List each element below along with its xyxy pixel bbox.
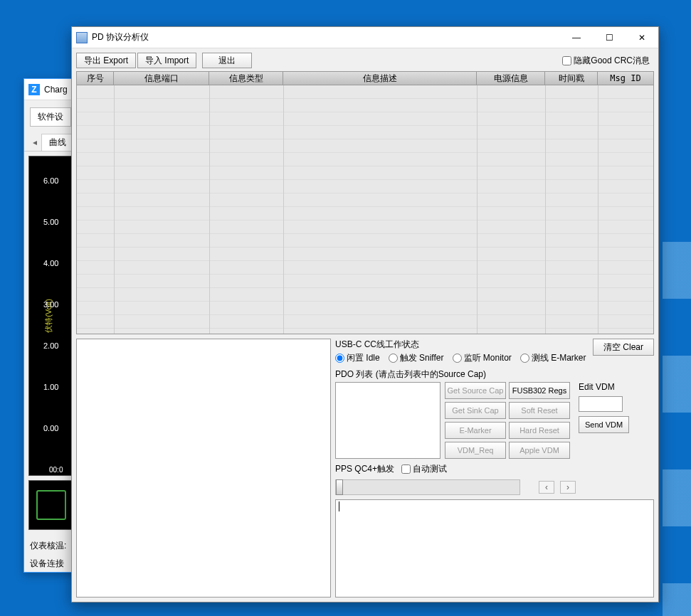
left-panel <box>76 339 331 598</box>
window-title: PD 协议分析仪 <box>92 31 560 43</box>
radio-idle[interactable]: 闲置 Idle <box>335 352 380 364</box>
vdm-req-button[interactable]: VDM_Req <box>445 442 506 459</box>
pdo-list[interactable] <box>335 382 441 459</box>
titlebar: PD 协议分析仪 — ☐ ✕ <box>72 27 658 48</box>
bg-gauge-icon <box>36 490 66 520</box>
bg-xlabel: 00:0 <box>49 466 63 474</box>
close-button[interactable]: ✕ <box>626 27 658 48</box>
log-textarea[interactable] <box>335 499 654 598</box>
col-power[interactable]: 电源信息 <box>477 72 545 85</box>
pdo-section-wrap: PDO 列表 (请点击列表中的Source Cap) Get Source Ca… <box>335 368 654 459</box>
radio-monitor[interactable]: 监听 Monitor <box>453 352 512 364</box>
hide-crc-checkbox[interactable]: 隐藏Good CRC消息 <box>562 55 650 67</box>
auto-test-input[interactable] <box>401 464 411 474</box>
radio-monitor-input[interactable] <box>453 354 462 363</box>
cc-radio-row: 闲置 Idle 触发 Sniffer 监听 Monitor 测线 E-Marke… <box>335 352 593 364</box>
pps-prev-button[interactable]: ‹ <box>539 481 554 494</box>
text-caret <box>339 501 339 511</box>
edit-vdm-input[interactable] <box>579 396 623 412</box>
bg-app-icon: Z <box>28 84 40 95</box>
apple-vdm-button[interactable]: Apple VDM <box>509 442 570 459</box>
pps-slider-row: ‹ › <box>335 479 654 495</box>
fusb302-regs-button[interactable]: FUSB302 Regs <box>509 382 570 399</box>
auto-test-checkbox[interactable]: 自动测试 <box>401 463 447 475</box>
radio-emarker[interactable]: 测线 E-Marker <box>520 352 586 364</box>
soft-reset-button[interactable]: Soft Reset <box>509 402 570 419</box>
bg-tick: 6.00 <box>43 176 58 185</box>
emarker-button[interactable]: E-Marker <box>445 422 506 439</box>
bg-tick: 4.00 <box>43 259 58 267</box>
table-header: 序号 信息端口 信息类型 信息描述 电源信息 时间戳 Msg ID <box>76 71 654 85</box>
table-body[interactable] <box>76 85 654 334</box>
pdo-button-grid: Get Source Cap FUSB302 Regs Get Sink Cap… <box>445 382 570 459</box>
get-source-cap-button[interactable]: Get Source Cap <box>445 382 506 399</box>
export-button[interactable]: 导出 Export <box>76 53 136 68</box>
pps-slider-thumb[interactable] <box>336 479 343 495</box>
pd-analyzer-window: PD 协议分析仪 — ☐ ✕ 导出 Export 导入 Import 退出 隐藏… <box>71 26 659 602</box>
bg-tick: 0.00 <box>43 424 58 432</box>
bg-settings-button[interactable]: 软件设 <box>30 107 71 127</box>
bg-tick: 2.00 <box>43 341 58 350</box>
clear-button[interactable]: 清空 Clear <box>593 339 654 356</box>
vdm-column: Edit VDM Send VDM <box>579 382 629 459</box>
col-msgid[interactable]: Msg ID <box>598 72 653 85</box>
send-vdm-button[interactable]: Send VDM <box>579 416 629 433</box>
hide-crc-input[interactable] <box>562 56 571 65</box>
hard-reset-button[interactable]: Hard Reset <box>509 422 570 439</box>
toolbar: 导出 Export 导入 Import 退出 隐藏Good CRC消息 <box>72 48 658 71</box>
pdo-label: PDO 列表 (请点击列表中的Source Cap) <box>335 368 654 381</box>
app-icon <box>76 32 88 43</box>
bg-tab-prev[interactable]: ◂ <box>28 137 41 147</box>
col-time[interactable]: 时间戳 <box>545 72 598 85</box>
bg-title-text: Charg <box>44 85 68 95</box>
radio-idle-input[interactable] <box>335 354 344 363</box>
auto-test-label: 自动测试 <box>413 463 447 475</box>
bg-tick: 5.00 <box>43 218 58 226</box>
maximize-button[interactable]: ☐ <box>593 27 626 48</box>
bg-tick: 3.00 <box>43 300 58 309</box>
get-sink-cap-button[interactable]: Get Sink Cap <box>445 402 506 419</box>
edit-vdm-label: Edit VDM <box>579 382 629 392</box>
cc-group-label: USB-C CC线工作状态 <box>335 339 593 351</box>
radio-emarker-input[interactable] <box>520 354 529 363</box>
radio-sniffer[interactable]: 触发 Sniffer <box>389 352 444 364</box>
pps-label: PPS QC4+触发 <box>335 463 394 475</box>
exit-button[interactable]: 退出 <box>202 53 252 68</box>
col-desc[interactable]: 信息描述 <box>283 72 477 85</box>
import-button[interactable]: 导入 Import <box>137 53 196 68</box>
col-seq[interactable]: 序号 <box>77 72 114 85</box>
right-panel: USB-C CC线工作状态 闲置 Idle 触发 Sniffer 监听 Moni… <box>335 339 654 598</box>
minimize-button[interactable]: — <box>560 27 593 48</box>
pps-next-button[interactable]: › <box>560 481 576 494</box>
radio-sniffer-input[interactable] <box>389 354 398 363</box>
hide-crc-label: 隐藏Good CRC消息 <box>574 55 650 67</box>
bg-tab-curve[interactable]: 曲线 <box>41 134 74 151</box>
col-port[interactable]: 信息端口 <box>114 72 209 85</box>
pps-slider[interactable] <box>335 479 520 495</box>
col-type[interactable]: 信息类型 <box>209 72 283 85</box>
bg-tick: 1.00 <box>43 383 58 391</box>
detail-textarea[interactable] <box>76 339 331 598</box>
pps-row: PPS QC4+触发 自动测试 <box>335 463 654 475</box>
